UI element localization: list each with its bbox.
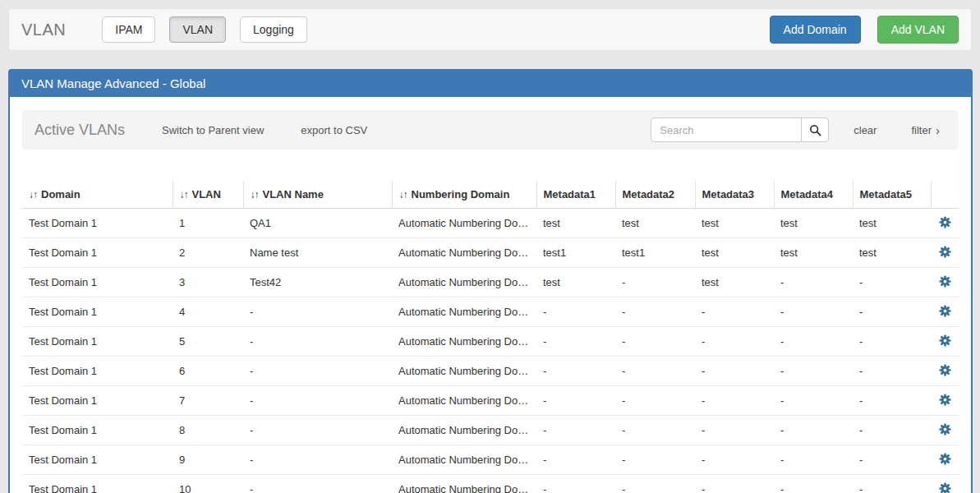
column-header-domain[interactable]: ↓↑Domain <box>22 181 173 209</box>
cell-metadata1: test <box>536 268 615 297</box>
table-row[interactable]: Test Domain 1 7 - Automatic Numbering Do… <box>22 386 959 416</box>
table-row[interactable]: Test Domain 1 10 - Automatic Numbering D… <box>22 475 959 493</box>
panel-body: Active VLANs Switch to Parent view expor… <box>10 97 971 493</box>
cell-domain: Test Domain 1 <box>22 297 173 327</box>
switch-parent-view-link[interactable]: Switch to Parent view <box>162 124 264 136</box>
cell-vlan-name: - <box>243 357 392 386</box>
cell-metadata2: - <box>615 357 695 386</box>
cell-metadata4: - <box>774 416 853 445</box>
search-input[interactable] <box>651 117 802 142</box>
table-row[interactable]: Test Domain 1 6 - Automatic Numbering Do… <box>22 357 959 386</box>
cell-metadata4: - <box>774 297 853 327</box>
cell-vlan: 9 <box>173 445 243 475</box>
cell-numbering-domain: Automatic Numbering Doma... <box>392 416 536 445</box>
cell-metadata2: test1 <box>615 238 695 268</box>
column-header-metadata4: Metadata4 <box>774 181 853 209</box>
cell-vlan: 2 <box>173 238 243 268</box>
cell-vlan-name: Test42 <box>243 268 392 297</box>
cell-vlan: 7 <box>173 386 243 416</box>
table-row[interactable]: Test Domain 1 2 Name test Automatic Numb… <box>22 238 959 268</box>
cell-actions <box>931 416 959 445</box>
cell-metadata5: - <box>853 357 931 386</box>
cell-domain: Test Domain 1 <box>22 445 173 475</box>
column-header-metadata5: Metadata5 <box>853 181 931 209</box>
cell-metadata3: test <box>695 238 774 268</box>
cell-metadata2: - <box>615 475 695 493</box>
table-row[interactable]: Test Domain 1 5 - Automatic Numbering Do… <box>22 327 959 357</box>
cell-numbering-domain: Automatic Numbering Doma... <box>392 238 536 268</box>
cell-metadata1: - <box>536 297 615 327</box>
filter-link-label: filter <box>911 124 932 136</box>
cell-metadata1: test1 <box>536 238 615 268</box>
cell-numbering-domain: Automatic Numbering Doma... <box>392 297 536 327</box>
gear-icon[interactable] <box>939 482 951 493</box>
cell-metadata3: test <box>695 268 774 297</box>
gear-icon[interactable] <box>939 216 951 228</box>
column-header-metadata2: Metadata2 <box>615 181 695 209</box>
cell-actions <box>931 445 959 475</box>
gear-icon[interactable] <box>939 246 951 258</box>
table-row[interactable]: Test Domain 1 4 - Automatic Numbering Do… <box>22 297 959 327</box>
column-header-vlan[interactable]: ↓↑VLAN <box>173 181 243 209</box>
add-domain-button[interactable]: Add Domain <box>770 16 861 44</box>
cell-metadata2: - <box>615 268 695 297</box>
gear-icon[interactable] <box>939 394 951 406</box>
cell-vlan: 5 <box>173 327 243 357</box>
gear-icon[interactable] <box>939 423 951 435</box>
table-row[interactable]: Test Domain 1 9 - Automatic Numbering Do… <box>22 445 959 475</box>
cell-actions <box>931 475 959 493</box>
table-row[interactable]: Test Domain 1 1 QA1 Automatic Numbering … <box>22 209 959 238</box>
cell-metadata1: - <box>536 416 615 445</box>
cell-actions <box>931 238 959 268</box>
search-button[interactable] <box>801 117 829 142</box>
cell-vlan: 8 <box>173 416 243 445</box>
cell-metadata5: test <box>853 209 931 238</box>
cell-metadata5: - <box>853 475 931 493</box>
clear-filter-link[interactable]: clear <box>853 124 876 136</box>
cell-metadata4: - <box>774 327 853 357</box>
cell-metadata5: - <box>853 445 931 475</box>
cell-vlan: 10 <box>173 475 243 493</box>
cell-vlan-name: - <box>243 416 392 445</box>
gear-icon[interactable] <box>939 305 951 317</box>
top-navbar: VLAN IPAM VLAN Logging Add Domain Add VL… <box>8 8 972 51</box>
cell-metadata4: - <box>774 357 853 386</box>
cell-vlan-name: Name test <box>243 238 392 268</box>
cell-actions <box>931 327 959 357</box>
table-row[interactable]: Test Domain 1 8 - Automatic Numbering Do… <box>22 416 959 445</box>
export-csv-link[interactable]: export to CSV <box>301 124 367 136</box>
search-icon <box>809 124 821 136</box>
sort-icon: ↓↑ <box>399 189 407 200</box>
cell-metadata1: - <box>536 327 615 357</box>
gear-icon[interactable] <box>939 364 951 376</box>
cell-domain: Test Domain 1 <box>22 416 173 445</box>
column-header-metadata1: Metadata1 <box>536 181 615 209</box>
column-header-numbering-domain[interactable]: ↓↑Numbering Domain <box>392 181 536 209</box>
add-vlan-button[interactable]: Add VLAN <box>877 16 959 44</box>
cell-metadata1: - <box>536 357 615 386</box>
cell-vlan-name: - <box>243 386 392 416</box>
table-row[interactable]: Test Domain 1 3 Test42 Automatic Numberi… <box>22 268 959 297</box>
table-toolbar: Active VLANs Switch to Parent view expor… <box>22 110 959 150</box>
cell-metadata1: - <box>536 386 615 416</box>
cell-numbering-domain: Automatic Numbering Doma... <box>392 327 536 357</box>
gear-icon[interactable] <box>939 453 951 465</box>
cell-metadata2: - <box>615 445 695 475</box>
cell-actions <box>931 209 959 238</box>
cell-domain: Test Domain 1 <box>22 209 173 238</box>
tab-ipam[interactable]: IPAM <box>102 16 155 43</box>
vlan-table: ↓↑Domain ↓↑VLAN ↓↑VLAN Name ↓↑Numbering … <box>22 181 959 493</box>
cell-metadata4: - <box>774 268 853 297</box>
table-header-row: ↓↑Domain ↓↑VLAN ↓↑VLAN Name ↓↑Numbering … <box>22 181 959 209</box>
cell-metadata3: - <box>695 416 774 445</box>
tab-vlan[interactable]: VLAN <box>169 16 226 43</box>
cell-metadata5: - <box>853 297 931 327</box>
filter-link[interactable]: filter› <box>911 123 940 137</box>
column-header-vlan-name[interactable]: ↓↑VLAN Name <box>243 181 392 209</box>
cell-metadata3: - <box>695 445 774 475</box>
gear-icon[interactable] <box>939 275 951 288</box>
tab-logging[interactable]: Logging <box>240 16 307 43</box>
cell-vlan-name: - <box>243 445 392 475</box>
gear-icon[interactable] <box>939 334 951 347</box>
cell-vlan-name: - <box>243 297 392 327</box>
